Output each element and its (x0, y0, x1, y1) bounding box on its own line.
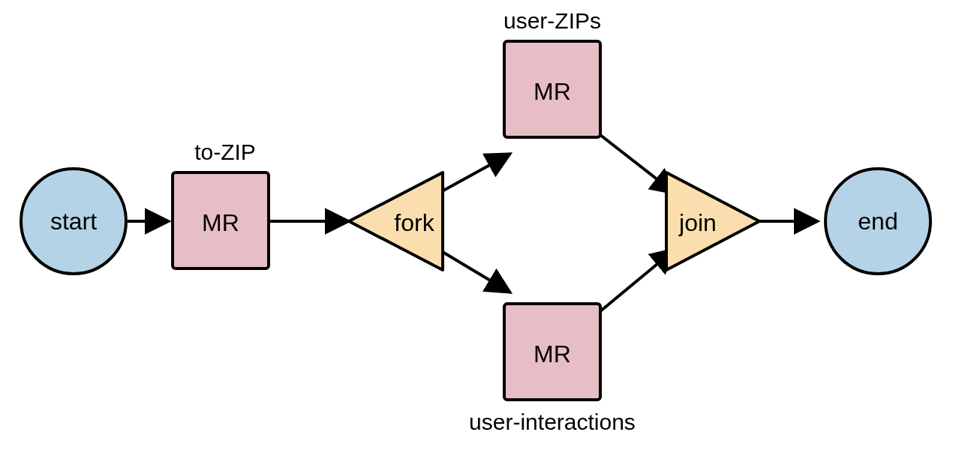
node-end: end (825, 169, 930, 274)
node-userint: MR user-interactions (469, 304, 636, 434)
node-start: start (21, 169, 126, 274)
userzips-caption: user-ZIPs (504, 8, 601, 33)
node-tozip: MR to-ZIP (173, 140, 269, 268)
userint-label: MR (534, 340, 571, 368)
start-label: start (50, 208, 97, 235)
tozip-caption: to-ZIP (194, 140, 256, 164)
node-fork: fork (349, 172, 443, 270)
workflow-diagram: start MR to-ZIP fork MR user-ZIPs MR use… (0, 0, 980, 450)
edge-userzips-join (600, 135, 675, 194)
edge-fork-userint (435, 248, 510, 292)
edge-fork-userzips (435, 154, 510, 195)
node-userzips: MR user-ZIPs (504, 8, 601, 137)
edge-userint-join (600, 249, 675, 311)
fork-label: fork (394, 209, 434, 236)
end-label: end (858, 208, 897, 235)
node-join: join (666, 172, 759, 270)
userzips-label: MR (534, 78, 571, 105)
tozip-label: MR (202, 209, 239, 236)
join-label: join (678, 209, 717, 236)
userint-caption: user-interactions (469, 410, 636, 434)
